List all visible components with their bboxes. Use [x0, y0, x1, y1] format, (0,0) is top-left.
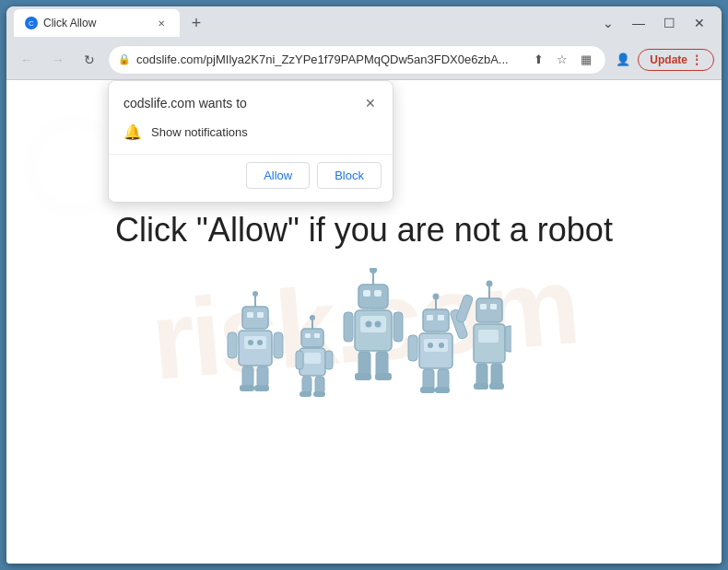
minimize-button[interactable]: — [627, 14, 651, 32]
lock-icon: 🔒 [118, 53, 131, 65]
maximize-button[interactable]: ☐ [658, 14, 681, 32]
svg-rect-19 [301, 329, 323, 347]
toolbar-actions: 👤 Update ⋮ [612, 49, 714, 71]
bell-icon: 🔔 [123, 123, 142, 141]
popup-title: codslife.com wants to [123, 96, 247, 111]
robots-illustration [217, 268, 511, 434]
new-tab-button[interactable]: + [183, 10, 209, 36]
svg-rect-33 [363, 290, 370, 297]
svg-rect-28 [299, 391, 311, 397]
svg-rect-16 [254, 385, 269, 391]
address-bar[interactable]: 🔒 codslife.com/pjMIlya2K7ni_ZzYPe1f79PAP… [108, 45, 606, 75]
allow-button[interactable]: Allow [246, 162, 310, 189]
svg-rect-32 [358, 285, 388, 308]
bookmark-icon[interactable]: ☆ [552, 50, 572, 70]
svg-rect-67 [455, 294, 474, 323]
svg-point-37 [366, 320, 372, 327]
svg-rect-56 [423, 369, 434, 390]
svg-rect-15 [240, 385, 254, 391]
svg-rect-69 [476, 364, 487, 386]
svg-rect-57 [438, 369, 449, 390]
svg-rect-12 [274, 332, 283, 358]
svg-rect-48 [427, 315, 433, 320]
forward-button[interactable]: → [45, 47, 71, 73]
svg-rect-23 [304, 353, 321, 364]
svg-rect-34 [374, 290, 382, 297]
chevron-icon[interactable]: ⌄ [597, 14, 619, 32]
svg-rect-64 [490, 304, 497, 309]
svg-rect-8 [244, 336, 266, 349]
svg-point-31 [370, 268, 377, 273]
svg-rect-41 [358, 352, 370, 376]
tab-title: Click Allow [43, 17, 148, 29]
share-icon[interactable]: ⬆ [528, 50, 548, 70]
url-text: codslife.com/pjMIlya2K7ni_ZzYPe1f79PAPMq… [136, 52, 523, 66]
reload-button[interactable]: ↻ [76, 47, 102, 73]
notification-popup: codslife.com wants to ✕ 🔔 Show notificat… [108, 80, 393, 203]
svg-rect-63 [480, 304, 487, 309]
tab-favicon: C [25, 17, 38, 29]
close-button[interactable]: ✕ [688, 14, 710, 32]
sidebar-icon[interactable]: ▦ [576, 50, 596, 70]
svg-point-61 [487, 280, 493, 286]
svg-rect-68 [505, 326, 511, 352]
svg-rect-66 [478, 330, 499, 343]
svg-rect-29 [313, 391, 325, 397]
svg-point-9 [248, 340, 253, 345]
svg-rect-11 [228, 332, 237, 358]
svg-rect-58 [420, 387, 435, 393]
popup-actions: Allow Block [109, 154, 393, 202]
svg-rect-49 [438, 315, 444, 320]
update-button[interactable]: Update ⋮ [638, 49, 714, 71]
address-action-icons: ⬆ ☆ ▦ [528, 50, 596, 70]
svg-rect-43 [355, 373, 371, 380]
popup-header: codslife.com wants to ✕ [109, 81, 393, 120]
svg-rect-59 [435, 387, 450, 393]
svg-point-18 [310, 315, 315, 320]
active-tab[interactable]: C Click Allow ✕ [14, 9, 180, 37]
toolbar: ← → ↻ 🔒 codslife.com/pjMIlya2K7ni_ZzYPe1… [6, 40, 722, 80]
tab-bar: C Click Allow ✕ + [14, 9, 593, 37]
svg-rect-14 [257, 366, 268, 387]
svg-point-10 [257, 340, 263, 345]
content-area: risk.com codslife.com wants to ✕ 🔔 Show … [6, 80, 722, 564]
svg-rect-27 [315, 377, 324, 393]
svg-point-53 [439, 343, 444, 348]
svg-rect-39 [344, 312, 353, 342]
svg-rect-47 [423, 309, 449, 332]
svg-point-3 [252, 291, 258, 297]
svg-rect-5 [247, 312, 253, 318]
svg-rect-40 [393, 312, 403, 342]
svg-rect-6 [257, 312, 264, 318]
svg-rect-42 [376, 352, 388, 376]
svg-rect-54 [408, 335, 417, 361]
browser-window: C Click Allow ✕ + ⌄ — ☐ ✕ ← → ↻ 🔒 codsli… [6, 6, 722, 564]
svg-rect-62 [476, 298, 502, 322]
robot-group-svg [217, 268, 511, 434]
main-heading: Click "Allow" if you are not a robot [115, 211, 613, 250]
svg-point-38 [375, 320, 382, 327]
svg-rect-36 [360, 316, 386, 332]
svg-rect-51 [424, 339, 448, 352]
svg-rect-20 [305, 333, 311, 338]
svg-rect-13 [242, 366, 253, 387]
svg-rect-44 [375, 373, 392, 380]
svg-point-52 [428, 343, 433, 348]
svg-rect-70 [491, 364, 502, 386]
popup-feature: 🔔 Show notifications [109, 120, 393, 154]
profile-icon[interactable]: 👤 [612, 49, 634, 71]
title-bar: C Click Allow ✕ + ⌄ — ☐ ✕ [6, 6, 722, 40]
svg-rect-72 [489, 383, 504, 390]
tab-close-button[interactable]: ✕ [154, 16, 169, 30]
svg-rect-24 [296, 351, 303, 369]
svg-rect-4 [242, 307, 268, 329]
block-button[interactable]: Block [317, 162, 382, 189]
svg-rect-21 [314, 333, 320, 338]
popup-close-button[interactable]: ✕ [361, 94, 380, 112]
svg-point-46 [433, 293, 440, 299]
svg-rect-26 [302, 377, 311, 393]
window-controls: ⌄ — ☐ ✕ [597, 14, 714, 32]
svg-rect-71 [474, 383, 488, 390]
back-button[interactable]: ← [14, 47, 40, 73]
svg-rect-25 [325, 351, 333, 369]
